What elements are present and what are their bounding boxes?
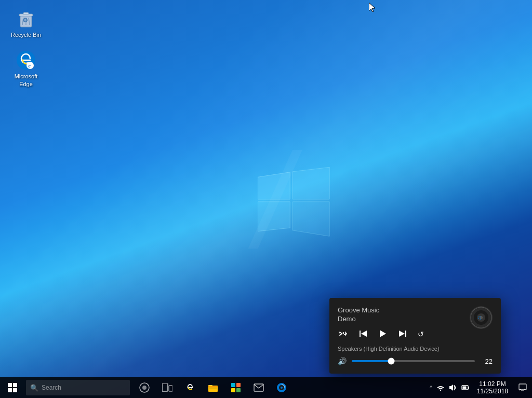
- shuffle-button[interactable]: ⇌: [338, 329, 349, 338]
- svg-rect-39: [208, 386, 218, 387]
- mail-button[interactable]: [247, 377, 270, 398]
- cortana-button[interactable]: [133, 377, 156, 398]
- svg-rect-41: [209, 388, 217, 389]
- svg-marker-13: [292, 201, 329, 236]
- svg-rect-25: [405, 331, 406, 337]
- svg-rect-31: [8, 388, 12, 392]
- network-icon[interactable]: [434, 377, 447, 398]
- search-placeholder: Search: [42, 384, 61, 391]
- svg-rect-36: [169, 386, 172, 391]
- svg-marker-11: [292, 167, 329, 199]
- svg-text:e: e: [29, 63, 31, 68]
- taskbar-left: 🔍 Search: [0, 377, 131, 398]
- taskbar: 🔍 Search: [0, 377, 532, 398]
- svg-rect-54: [519, 384, 526, 390]
- volume-tray-icon[interactable]: [447, 377, 459, 398]
- edge-image: e: [16, 50, 36, 71]
- svg-rect-40: [209, 387, 217, 388]
- svg-marker-28: [369, 3, 375, 12]
- svg-point-49: [281, 387, 283, 389]
- desktop: ♻ Recycle Bin e Microsoft: [0, 0, 532, 398]
- svg-rect-2: [23, 12, 29, 15]
- svg-marker-50: [449, 385, 453, 391]
- edge-label: Microsoft Edge: [7, 73, 45, 88]
- svg-text:⇌: ⇌: [339, 331, 344, 337]
- clock-time: 11:02 PM: [479, 380, 506, 388]
- media-controls: ⇌: [338, 329, 493, 338]
- media-device-name: Speakers (High Definition Audio Device): [338, 346, 493, 352]
- windows-logo: [243, 148, 342, 250]
- volume-slider-fill: [352, 360, 391, 362]
- start-button[interactable]: [0, 377, 25, 398]
- svg-point-34: [142, 386, 147, 390]
- desktop-icons-area: ♻ Recycle Bin e Microsoft: [0, 0, 52, 96]
- svg-text:♻: ♻: [22, 17, 28, 24]
- svg-marker-26: [399, 331, 405, 337]
- svg-marker-24: [380, 330, 386, 337]
- microsoft-edge-icon[interactable]: e Microsoft Edge: [5, 47, 47, 91]
- svg-marker-23: [361, 331, 367, 337]
- file-explorer-button[interactable]: [202, 377, 224, 398]
- repeat-button[interactable]: ↺: [417, 329, 428, 338]
- svg-rect-29: [8, 383, 12, 387]
- volume-row: 🔊 22: [338, 357, 493, 365]
- groove-music-button[interactable]: [270, 377, 293, 398]
- mouse-cursor: [369, 3, 375, 12]
- svg-text:♫: ♫: [477, 314, 482, 321]
- media-popup: ♫ Groove Music Demo ⇌: [329, 298, 501, 374]
- action-center-button[interactable]: [513, 377, 532, 398]
- recycle-bin-label: Recycle Bin: [11, 31, 41, 38]
- battery-icon[interactable]: [459, 377, 472, 398]
- search-icon: 🔍: [30, 384, 38, 392]
- store-button[interactable]: [224, 377, 247, 398]
- svg-text:↺: ↺: [418, 330, 424, 337]
- recycle-bin-icon[interactable]: ♻ Recycle Bin: [5, 5, 47, 42]
- taskbar-right: ^: [428, 377, 532, 398]
- svg-rect-35: [162, 383, 168, 391]
- svg-rect-22: [360, 331, 361, 337]
- next-button[interactable]: [397, 329, 407, 338]
- svg-rect-30: [13, 383, 17, 387]
- play-button[interactable]: [378, 329, 388, 338]
- volume-slider-track[interactable]: [352, 360, 475, 362]
- svg-rect-53: [462, 387, 466, 389]
- svg-rect-52: [468, 387, 469, 389]
- clock-area[interactable]: 11:02 PM 11/25/2018: [472, 377, 513, 398]
- svg-rect-32: [13, 388, 17, 392]
- volume-icon: 🔊: [338, 357, 347, 365]
- tray-expand-button[interactable]: ^: [428, 385, 434, 391]
- previous-button[interactable]: [358, 329, 369, 338]
- recycle-bin-image: ♻: [16, 8, 36, 29]
- task-view-button[interactable]: [156, 377, 179, 398]
- svg-rect-44: [231, 388, 235, 392]
- album-art: ♫: [470, 306, 493, 329]
- volume-slider-thumb: [388, 358, 394, 365]
- clock-date: 11/25/2018: [477, 388, 508, 395]
- svg-rect-45: [236, 388, 241, 392]
- taskbar-middle: [131, 377, 428, 398]
- svg-rect-46: [254, 384, 263, 391]
- volume-value: 22: [480, 358, 493, 365]
- svg-rect-43: [236, 383, 241, 387]
- search-bar[interactable]: 🔍 Search: [26, 380, 130, 395]
- svg-rect-42: [231, 383, 235, 387]
- taskbar-edge-button[interactable]: [179, 377, 202, 398]
